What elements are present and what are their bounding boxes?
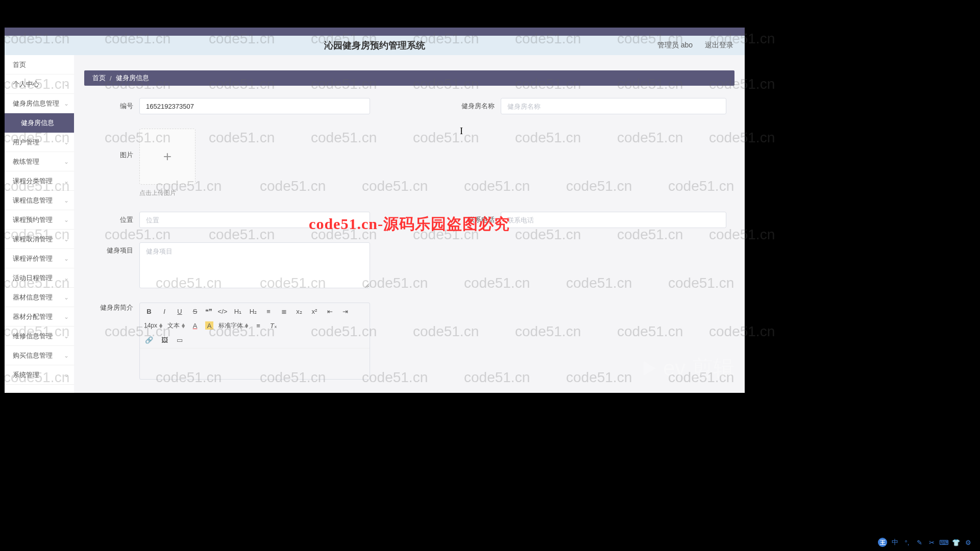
video-icon[interactable]: ▭ <box>175 335 185 345</box>
items-label: 健身项目 <box>92 242 133 255</box>
clear-format-icon[interactable]: Tₓ <box>268 320 279 331</box>
sidebar-item-purchase-info[interactable]: 购买信息管理 <box>5 346 74 365</box>
ime-toolbar: 王 中 °, ✎ ✂ ⌨ 👕 ⚙ <box>878 538 973 547</box>
image-icon[interactable]: 🖼 <box>159 335 169 345</box>
form-col-code: 编号 <box>92 98 460 114</box>
breadcrumb-current: 健身房信息 <box>116 73 149 83</box>
editor-body[interactable] <box>140 348 370 379</box>
logout-button[interactable]: 退出登录 <box>705 41 733 50</box>
upload-hint: 点击上传图片 <box>139 189 195 197</box>
form-row-intro: 健身房简介 B I U S ❝❞ </> H₁ H₂ ≡ <box>92 303 726 380</box>
sidebar-item-gym-info-mgmt[interactable]: 健身房信息管理 <box>5 94 74 113</box>
ime-scissors-icon[interactable]: ✂ <box>927 538 936 547</box>
ime-settings-icon[interactable]: ⚙ <box>964 538 973 547</box>
superscript-icon[interactable]: x² <box>309 306 320 316</box>
sidebar-item-equipment-assign[interactable]: 器材分配管理 <box>5 307 74 327</box>
app-title: 沁园健身房预约管理系统 <box>5 39 745 52</box>
font-standard-select[interactable]: 标准字体 <box>218 321 248 330</box>
app-viewport: 沁园健身房预约管理系统 管理员 abo 退出登录 首页 个人中心 健身房信息管理… <box>5 28 745 393</box>
top-divider <box>5 28 745 36</box>
font-family-select[interactable]: 文本 <box>167 321 185 330</box>
ime-keyboard-icon[interactable]: ⌨ <box>939 538 948 547</box>
breadcrumb-home[interactable]: 首页 <box>92 73 106 83</box>
ime-skin-icon[interactable]: 👕 <box>951 538 961 547</box>
bold-icon[interactable]: B <box>144 306 154 316</box>
form-col-intro: 健身房简介 B I U S ❝❞ </> H₁ H₂ ≡ <box>92 303 460 380</box>
code-icon[interactable]: </> <box>217 306 228 316</box>
sidebar-item-course-info[interactable]: 课程信息管理 <box>5 191 74 210</box>
breadcrumb-separator: / <box>110 74 112 82</box>
main-content: 首页 / 健身房信息 编号 健身房名称 图片 <box>74 55 745 393</box>
intro-label: 健身房简介 <box>92 303 133 312</box>
header: 沁园健身房预约管理系统 管理员 abo 退出登录 <box>5 36 745 55</box>
form-row-code-name: 编号 健身房名称 <box>92 98 726 114</box>
code-input[interactable] <box>139 98 370 114</box>
body-area: 首页 个人中心 健身房信息管理 健身房信息 用户管理 教练管理 课程分类管理 课… <box>5 55 745 393</box>
ime-edit-icon[interactable]: ✎ <box>915 538 924 547</box>
sidebar-item-user-mgmt[interactable]: 用户管理 <box>5 133 74 152</box>
underline-icon[interactable]: U <box>175 306 185 316</box>
sidebar-item-equipment-info[interactable]: 器材信息管理 <box>5 288 74 307</box>
highlight-icon[interactable]: A <box>205 321 213 330</box>
ime-punct-icon[interactable]: °, <box>902 538 912 547</box>
form-col-items: 健身项目 <box>92 242 460 288</box>
watermark-overlay-text: code51.cn-源码乐园盗图必究 <box>309 214 510 235</box>
ordered-list-icon[interactable]: ≡ <box>263 306 274 316</box>
play-logo-icon <box>640 358 660 379</box>
font-color-icon[interactable]: A <box>190 320 200 331</box>
code-label: 编号 <box>92 98 133 111</box>
image-label: 图片 <box>92 129 133 160</box>
sidebar-item-personal[interactable]: 个人中心 <box>5 74 74 94</box>
sidebar-item-coach-mgmt[interactable]: 教练管理 <box>5 152 74 171</box>
subscript-icon[interactable]: x₂ <box>294 306 304 316</box>
image-upload-box[interactable]: + <box>139 129 195 185</box>
name-input[interactable] <box>501 98 726 114</box>
form-row-image: 图片 + 点击上传图片 <box>92 129 726 197</box>
font-size-select[interactable]: 14px <box>144 322 162 329</box>
ime-chinese-icon[interactable]: 中 <box>890 538 899 547</box>
sidebar: 首页 个人中心 健身房信息管理 健身房信息 用户管理 教练管理 课程分类管理 课… <box>5 55 74 393</box>
indent-right-icon[interactable]: ⇥ <box>340 306 350 316</box>
upload-wrapper: + 点击上传图片 <box>139 129 195 197</box>
form-col-name: 健身房名称 <box>460 98 726 114</box>
header-user-area: 管理员 abo 退出登录 <box>657 41 733 50</box>
ev-logo-watermark: ev 剪辑 <box>640 354 734 383</box>
form-col-image: 图片 + 点击上传图片 <box>92 129 460 197</box>
rich-editor: B I U S ❝❞ </> H₁ H₂ ≡ ≣ x₂ <box>139 303 370 380</box>
name-label: 健身房名称 <box>460 98 495 111</box>
sidebar-item-home[interactable]: 首页 <box>5 55 74 74</box>
sidebar-item-activity-schedule[interactable]: 活动日程管理 <box>5 268 74 288</box>
sidebar-item-course-cancel[interactable]: 课程取消管理 <box>5 230 74 249</box>
form-area: 编号 健身房名称 图片 + <box>84 86 734 406</box>
location-label: 位置 <box>92 212 133 224</box>
editor-toolbar: B I U S ❝❞ </> H₁ H₂ ≡ ≣ x₂ <box>140 303 370 348</box>
form-row-items: 健身项目 <box>92 242 726 288</box>
sidebar-item-course-category[interactable]: 课程分类管理 <box>5 171 74 191</box>
h1-icon[interactable]: H₁ <box>233 306 243 316</box>
phone-input[interactable] <box>501 212 726 228</box>
align-icon[interactable]: ≡ <box>253 320 263 331</box>
italic-icon[interactable]: I <box>159 306 169 316</box>
items-textarea[interactable] <box>139 242 370 288</box>
indent-left-icon[interactable]: ⇤ <box>325 306 335 316</box>
ime-wang-icon[interactable]: 王 <box>878 538 887 547</box>
link-icon[interactable]: 🔗 <box>144 335 154 345</box>
sidebar-item-system-mgmt[interactable]: 系统管理 <box>5 365 74 385</box>
h2-icon[interactable]: H₂ <box>248 306 258 316</box>
quote-icon[interactable]: ❝❞ <box>205 306 212 316</box>
sidebar-item-course-review[interactable]: 课程评价管理 <box>5 249 74 268</box>
sidebar-item-course-booking[interactable]: 课程预约管理 <box>5 210 74 230</box>
strikethrough-icon[interactable]: S <box>190 306 200 316</box>
unordered-list-icon[interactable]: ≣ <box>279 306 289 316</box>
plus-icon: + <box>163 148 172 165</box>
sidebar-item-gym-info[interactable]: 健身房信息 <box>5 113 74 133</box>
sidebar-item-repair-info[interactable]: 维修信息管理 <box>5 327 74 346</box>
admin-label[interactable]: 管理员 abo <box>657 41 693 50</box>
breadcrumb: 首页 / 健身房信息 <box>84 70 734 86</box>
